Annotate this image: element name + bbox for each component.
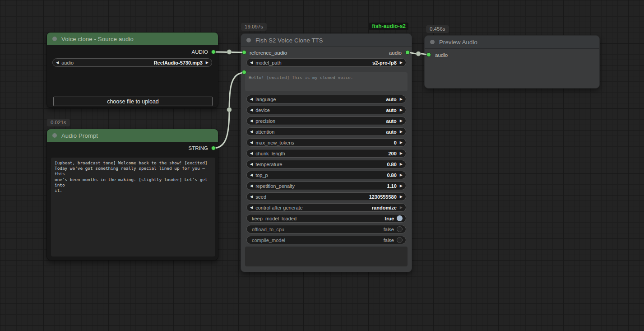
widget-label: audio	[61, 60, 74, 65]
toggle-off-icon[interactable]	[397, 237, 403, 243]
decrement-arrow-icon[interactable]: ◀	[250, 184, 253, 188]
widget-value: auto	[386, 118, 397, 124]
widget-label: offload_to_cpu	[252, 227, 284, 232]
increment-arrow-icon[interactable]: ▶	[206, 61, 208, 65]
audio-prompt-node[interactable]: Audio Prompt STRING [upbeat, broadcast t…	[46, 129, 218, 261]
decrement-arrow-icon[interactable]: ◀	[250, 173, 253, 177]
increment-arrow-icon[interactable]: ▶	[400, 61, 403, 65]
preview-audio-node[interactable]: Preview Audio audio	[424, 35, 600, 89]
prompt-text-area[interactable]: [upbeat, broadcast tone] Welcome back to…	[51, 158, 215, 256]
audio-prompt-exec-time-badge: 0.021s	[47, 119, 70, 126]
reference-audio-input-label: reference_audio	[250, 50, 287, 56]
link-reroute-dot[interactable]	[416, 51, 421, 56]
decrement-arrow-icon[interactable]: ◀	[56, 61, 59, 65]
fish-s2-voice-clone-tts-node[interactable]: Fish S2 Voice Clone TTS reference_audio …	[241, 33, 412, 272]
increment-arrow-icon[interactable]: ▶	[400, 184, 403, 188]
widget-seed[interactable]: ◀seed1230555580▶	[246, 192, 406, 201]
widget-attention[interactable]: ◀attentionauto▶	[246, 127, 406, 136]
output-text-area[interactable]	[245, 247, 408, 266]
voice-clone-source-audio-node[interactable]: Voice clone - Source audio AUDIO ◀ audio…	[46, 32, 218, 108]
widget-label: repetition_penalty	[255, 183, 295, 189]
tts-text-area[interactable]: Hello! [excited] This is my cloned voice…	[245, 72, 408, 91]
widget-label: language	[255, 97, 276, 102]
widget-value: auto	[386, 107, 397, 113]
widget-value: 0	[394, 140, 397, 145]
decrement-arrow-icon[interactable]: ◀	[250, 108, 253, 112]
audio-output-label: audio	[389, 50, 402, 56]
voice-clone-node-header[interactable]: Voice clone - Source audio	[47, 33, 218, 45]
widget-value: false	[384, 238, 394, 243]
widget-value: 0.80	[387, 162, 396, 167]
increment-arrow-icon[interactable]: ▶	[400, 163, 403, 166]
node-title: Preview Audio	[439, 39, 477, 46]
widget-label: device	[255, 107, 270, 113]
widget-value: auto	[386, 129, 397, 135]
increment-arrow-icon[interactable]: ▶	[400, 108, 403, 112]
widget-value: 0.80	[387, 172, 396, 178]
widget-repetition-penalty[interactable]: ◀repetition_penalty1.10▶	[246, 182, 406, 190]
decrement-arrow-icon[interactable]: ◀	[250, 195, 253, 199]
widget-temperature[interactable]: ◀temperature0.80▶	[246, 160, 406, 168]
fish-tts-node-header[interactable]: Fish S2 Voice Clone TTS	[241, 34, 412, 47]
node-status-dot-icon	[246, 38, 251, 42]
decrement-arrow-icon[interactable]: ◀	[250, 119, 253, 123]
widget-label: max_new_tokens	[255, 140, 294, 145]
decrement-arrow-icon[interactable]: ◀	[250, 61, 253, 65]
toggle-off-icon[interactable]	[397, 226, 403, 232]
widget-compile-model[interactable]: compile_modelfalse	[246, 236, 406, 244]
fish-tts-exec-time-badge: 19.097s	[241, 23, 267, 31]
widget-value: 200	[388, 151, 396, 156]
audio-file-widget[interactable]: ◀ audio ReelAudio-5730.mp3 ▶	[52, 58, 212, 67]
widget-device[interactable]: ◀deviceauto▶	[246, 106, 406, 114]
widget-value: 1.10	[387, 183, 396, 189]
widget-offload-to-cpu[interactable]: offload_to_cpufalse	[246, 225, 406, 233]
increment-arrow-icon[interactable]: ▶	[400, 119, 403, 123]
widget-value: true	[385, 216, 394, 221]
widget-label: control after generate	[255, 205, 303, 210]
widget-value: randomize	[372, 205, 397, 210]
decrement-arrow-icon[interactable]: ◀	[250, 98, 253, 101]
model-path-widget[interactable]: ◀ model_path s2-pro-fp8 ▶	[246, 58, 406, 67]
link-reroute-dot[interactable]	[227, 50, 232, 54]
choose-file-upload-button[interactable]: choose file to upload	[53, 97, 213, 106]
increment-arrow-icon[interactable]: ▶	[400, 130, 403, 134]
toggle-on-icon[interactable]	[397, 215, 403, 221]
string-output-label: STRING	[189, 145, 208, 151]
widget-precision[interactable]: ◀precisionauto▶	[246, 117, 406, 125]
widget-control-after-generate[interactable]: ◀control after generaterandomize▶	[246, 203, 406, 212]
widget-max-new-tokens[interactable]: ◀max_new_tokens0▶	[246, 138, 406, 147]
node-status-dot-icon	[52, 37, 57, 41]
widget-value: s2-pro-fp8	[372, 60, 397, 65]
widget-label: precision	[255, 118, 275, 124]
increment-arrow-icon[interactable]: ▶	[400, 206, 403, 210]
increment-arrow-icon[interactable]: ▶	[400, 195, 403, 199]
widget-value: false	[384, 227, 394, 232]
link-reroute-dot[interactable]	[227, 107, 232, 112]
increment-arrow-icon[interactable]: ▶	[400, 152, 403, 155]
widget-chunk-length[interactable]: ◀chunk_length200▶	[246, 149, 406, 158]
increment-arrow-icon[interactable]: ▶	[400, 173, 403, 177]
decrement-arrow-icon[interactable]: ◀	[250, 152, 253, 155]
increment-arrow-icon[interactable]: ▶	[400, 98, 403, 101]
fish-audio-s2-tag: fish-audio-s2	[369, 23, 408, 30]
node-title: Audio Prompt	[61, 132, 98, 139]
widget-label: model_path	[255, 60, 282, 65]
widget-top-p[interactable]: ◀top_p0.80▶	[246, 171, 406, 179]
audio-input-label: audio	[435, 52, 448, 58]
decrement-arrow-icon[interactable]: ◀	[250, 163, 253, 166]
decrement-arrow-icon[interactable]: ◀	[250, 206, 253, 210]
decrement-arrow-icon[interactable]: ◀	[250, 141, 253, 145]
widget-label: top_p	[255, 172, 268, 178]
decrement-arrow-icon[interactable]: ◀	[250, 130, 253, 134]
widget-label: compile_model	[252, 238, 285, 243]
node-graph-canvas[interactable]: 0.021s 19.097s 0.456s fish-audio-s2 Voic…	[0, 0, 644, 331]
widget-keep-model-loaded[interactable]: keep_model_loadedtrue	[246, 214, 406, 223]
audio-prompt-node-header[interactable]: Audio Prompt	[47, 129, 218, 142]
increment-arrow-icon[interactable]: ▶	[400, 141, 403, 145]
preview-audio-node-header[interactable]: Preview Audio	[425, 36, 599, 49]
node-status-dot-icon	[52, 133, 57, 138]
widget-label: seed	[255, 194, 266, 200]
widget-language[interactable]: ◀languageauto▶	[246, 95, 406, 103]
widget-label: temperature	[255, 162, 282, 167]
widget-label: attention	[255, 129, 274, 135]
